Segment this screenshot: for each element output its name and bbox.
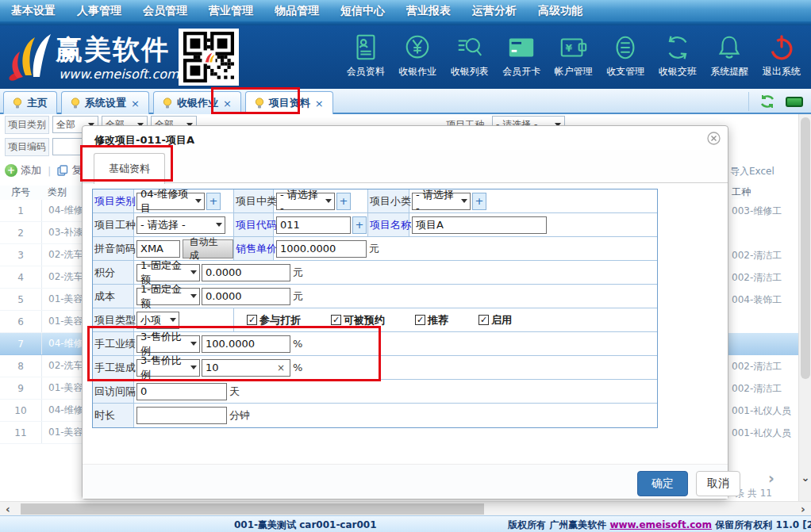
checkbox-checked-icon[interactable]: ✓ [331, 315, 341, 325]
action-cashier-list[interactable]: 收银列表 [444, 29, 496, 87]
toolbar-divider: | [48, 165, 51, 177]
name-input[interactable]: 项目A [412, 216, 547, 234]
mid-class-add-button[interactable]: + [336, 193, 351, 210]
row-worktype[interactable]: 003-维修工 [728, 200, 798, 222]
cancel-button[interactable]: 取消 [696, 471, 740, 496]
mid-class-select[interactable]: - 请选择 - [276, 193, 335, 210]
row-worktype[interactable] [728, 222, 798, 244]
points-mode-select[interactable]: 1-固定金额 [136, 264, 200, 281]
checkbox-checked-icon[interactable]: ✓ [247, 315, 257, 325]
action-label: 会员开卡 [502, 65, 540, 78]
tab-close-icon[interactable]: × [223, 98, 232, 109]
menu-item-analysis[interactable]: 运营分析 [472, 4, 517, 18]
cost-mode-select[interactable]: 1-固定金额 [136, 288, 200, 305]
vertical-scrollbar-thumb[interactable] [801, 117, 810, 379]
pinyin-input[interactable]: XMA [136, 240, 180, 258]
row-worktype[interactable] [728, 311, 798, 333]
tab-close-icon[interactable]: × [131, 98, 140, 109]
duration-input[interactable] [136, 407, 227, 424]
action-label: 收支管理 [606, 65, 644, 78]
pagination-next-icon[interactable]: › [768, 469, 774, 487]
row-worktype[interactable]: 002-清洁工 [728, 355, 798, 377]
action-member-profile[interactable]: 会员资料 [340, 29, 392, 87]
comm-input[interactable]: 10× [202, 359, 290, 377]
checkbox-checked-icon[interactable]: ✓ [415, 315, 425, 325]
row-worktype[interactable]: 001-礼仪人员 [728, 400, 798, 422]
row-worktype-selected[interactable] [728, 333, 798, 355]
sub-class-add-button[interactable]: + [472, 193, 486, 210]
tab-label: 项目资料 [269, 96, 310, 110]
checkbox-recommend[interactable]: ✓推荐 [415, 313, 448, 327]
fullscreen-toggle-icon[interactable] [786, 97, 803, 107]
checkbox-bookable[interactable]: ✓可被预约 [331, 313, 385, 327]
perf-cell: 3-售价比例 100.0000 % [134, 332, 657, 355]
menu-item-advanced[interactable]: 高级功能 [538, 4, 582, 18]
tab-close-icon[interactable]: × [315, 98, 324, 109]
menu-item-business[interactable]: 营业管理 [209, 4, 253, 18]
tab-system-settings[interactable]: 系统设置 × [61, 91, 149, 114]
tab-home[interactable]: 主页 [3, 91, 57, 114]
worktype-select[interactable]: - 请选择 - [136, 216, 225, 234]
category-select[interactable]: 04-维修项目 [136, 193, 205, 210]
add-button[interactable]: + 添加 [5, 163, 41, 178]
comm-mode-select[interactable]: 3-售价比例 [136, 359, 200, 377]
status-copyright: 版权所有 广州赢美软件 www.emeisoft.com 保留所有权利 11.0… [508, 519, 811, 532]
scroll-left-icon[interactable]: ‹ [0, 502, 16, 516]
brand-logo-icon [6, 32, 52, 82]
row-worktype[interactable]: 002-清洁工 [728, 377, 798, 400]
select-value: - 请选择 - [416, 188, 458, 214]
checkbox-checked-icon[interactable]: ✓ [479, 315, 489, 325]
action-member-open-card[interactable]: 会员开卡 [496, 29, 548, 87]
tab-cashier-work[interactable]: 收银作业 × [153, 91, 241, 114]
clear-input-icon[interactable]: × [277, 362, 286, 373]
menu-item-members[interactable]: 会员管理 [143, 4, 187, 18]
row-no: 10 [0, 405, 41, 416]
tab-basic-info[interactable]: 基础资料 [94, 153, 165, 184]
form-row-cost: 成本 1-固定金额 0.0000 元 [93, 285, 657, 308]
website-link[interactable]: www.emeisoft.com [609, 519, 712, 530]
import-excel-button[interactable]: 导入Excel [730, 165, 774, 178]
menu-item-hr[interactable]: 人事管理 [77, 4, 121, 18]
horizontal-scrollbar[interactable]: ‹ › [0, 501, 811, 515]
type-select[interactable]: 小项 [136, 312, 179, 329]
scroll-down-icon[interactable]: ⌄ [799, 469, 811, 485]
action-label: 退出系统 [763, 65, 801, 78]
chevron-down-icon [216, 223, 222, 227]
horizontal-scrollbar-thumb[interactable] [21, 503, 484, 515]
action-exit-system[interactable]: 退出系统 [755, 29, 808, 87]
code-input[interactable]: 011 [276, 216, 351, 234]
menu-item-reports[interactable]: 营业报表 [406, 4, 451, 18]
sub-class-select[interactable]: - 请选择 - [412, 193, 471, 210]
action-label: 收银交班 [659, 65, 697, 78]
action-system-reminder[interactable]: 系统提醒 [704, 29, 756, 87]
checkbox-discount[interactable]: ✓参与打折 [247, 313, 301, 327]
tab-project-data[interactable]: 项目资料 × [245, 91, 333, 114]
code-add-button[interactable]: + [352, 216, 367, 234]
category-add-button[interactable]: + [206, 193, 221, 210]
action-cashier-work[interactable]: 收银作业 [392, 29, 444, 87]
action-account-management[interactable]: ¥ 帐户管理 [548, 29, 600, 87]
points-input[interactable]: 0.0000 [202, 264, 290, 281]
row-worktype[interactable]: 004-装饰工 [728, 289, 798, 311]
row-worktype[interactable]: 001-礼仪人员 [728, 422, 798, 444]
perf-mode-select[interactable]: 3-售价比例 [136, 335, 200, 353]
vertical-scrollbar[interactable]: ⌄ [798, 114, 811, 501]
scroll-right-icon[interactable]: › [795, 502, 811, 516]
action-shift-change[interactable]: 收银交班 [651, 29, 704, 87]
dialog-close-icon[interactable] [707, 132, 721, 145]
perf-input[interactable]: 100.0000 [202, 335, 290, 353]
checkbox-enabled[interactable]: ✓启用 [479, 313, 512, 327]
menu-item-items[interactable]: 物品管理 [275, 4, 319, 18]
price-input[interactable]: 1000.0000 [276, 240, 367, 258]
auto-generate-button[interactable]: 自动生成 [183, 239, 233, 258]
menu-item-sms[interactable]: 短信中心 [340, 4, 385, 18]
menu-item-basic-settings[interactable]: 基本设置 [11, 4, 56, 18]
revisit-input[interactable]: 0 [136, 383, 227, 400]
cost-input[interactable]: 0.0000 [202, 288, 290, 305]
row-worktype[interactable]: 002-清洁工 [728, 244, 798, 266]
ok-button[interactable]: 确定 [637, 471, 688, 496]
row-worktype[interactable]: 002-清洁工 [728, 266, 798, 289]
app-header: 赢美软件 www.emeisoft.com 会员资料 收银作业 [0, 25, 811, 89]
refresh-tabs-icon[interactable] [759, 94, 776, 109]
action-income-expense[interactable]: 收支管理 [600, 29, 652, 87]
